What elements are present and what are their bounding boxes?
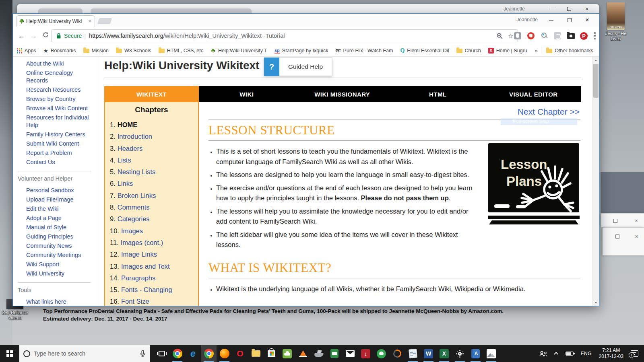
tab-visual-editor[interactable]: VISUAL EDITOR [486,86,582,102]
sidebar-link-submit-content[interactable]: Submit Wiki Content [26,140,95,148]
maximize-button[interactable] [562,4,576,14]
sidebar-link-manual-style[interactable]: Manual of Style [26,224,95,231]
chapter-item-broken-links[interactable]: 7.Broken Links [110,190,198,202]
scrollbar-thumb[interactable] [593,64,599,98]
bookmarks-overflow-icon[interactable]: » [535,47,538,54]
taskbar-address-book-app[interactable] [326,345,342,362]
bookmark-w3-schools[interactable]: W3 Schools [116,48,151,53]
taskbar-word[interactable]: W [421,345,436,362]
sidebar-link-upload-file[interactable]: Upload File/Image [26,196,95,204]
bookmark-startpage[interactable]: spStartPage by Ixquick [275,48,328,53]
help-question-button[interactable]: ? [264,58,279,76]
tray-overflow-button[interactable] [551,345,562,362]
back-icon[interactable]: ← [15,32,27,40]
action-center-button[interactable]: 1 [627,345,644,362]
sidebar-link-browse-all[interactable]: Browse all Wiki Content [26,105,95,112]
scroll-up-icon[interactable]: ▲ [592,57,599,63]
people-button[interactable] [535,345,551,362]
chapter-item-images-cont[interactable]: 11.Images (cont.) [110,237,198,249]
sidebar-link-individual-help[interactable]: Resources for Individual Help [26,114,95,129]
taskbar-avatar-app[interactable] [374,345,389,362]
sidebar-link-genealogy-records[interactable]: Online Genealogy Records [26,69,95,84]
sidebar-link-personal-sandbox[interactable]: Personal Sandbox [26,187,95,194]
taskbar-cloud-app[interactable] [279,345,295,362]
close-button[interactable]: × [580,4,594,14]
chapter-item-introduction[interactable]: 2.Introduction [110,131,198,142]
taskbar-search-input[interactable] [34,350,136,357]
sidebar-link-wiki-support[interactable]: Wiki Support [26,261,95,268]
tab-wiki[interactable]: WIKI [199,86,295,102]
minimize-button[interactable] [544,15,558,25]
edge-window-titlebar[interactable]: × [603,227,644,255]
sidebar-link-history-centers[interactable]: Family History Centers [26,131,95,138]
tab-wiki-missionary[interactable]: WIKI MISSIONARY [295,86,390,102]
taskbar-firefox[interactable] [217,345,232,362]
forward-icon[interactable]: → [27,32,39,40]
bookmark-star-icon[interactable]: ☆ [508,32,514,40]
background-window-tab[interactable] [91,8,252,13]
edge-window-titlebar[interactable]: × [601,213,644,227]
sidebar-link-what-links-here[interactable]: What links here [26,298,95,306]
extension-icon[interactable] [514,32,522,40]
reload-icon[interactable] [39,31,52,40]
desktop-icon-jesus[interactable]: He Lives Jesus - He Lives [602,2,630,41]
chapter-item-categories[interactable]: 9.Categories [110,213,198,225]
pinterest-icon[interactable]: P [580,32,588,40]
other-bookmarks[interactable]: Other bookmarks [546,48,593,53]
next-chapter-link[interactable]: Next Chapter >> [208,107,580,117]
bookmark-apps[interactable]: Apps [17,48,36,53]
sidebar-link-browse-country[interactable]: Browse by Country [26,95,95,103]
taskbar-boat-app[interactable] [311,345,326,362]
taskbar-excel[interactable]: X [436,345,452,362]
sidebar-link-research-resources[interactable]: Research Resources [26,86,95,94]
bookmark-html-css[interactable]: HTML, CSS, etc [159,48,203,53]
clock[interactable]: 7:21 AM2017-12-03 [595,345,627,362]
sidebar-link-edit-wiki[interactable]: Edit the Wiki [26,205,95,213]
chapter-item-nesting-lists[interactable]: 5.Nesting Lists [110,166,198,178]
sidebar-link-community-meetings[interactable]: Community Meetings [26,251,95,259]
taskbar-edge[interactable]: e [185,345,201,362]
battery-indicator[interactable] [562,345,577,362]
adblock-icon[interactable] [527,32,535,40]
close-button[interactable]: × [630,216,643,226]
chapter-item-lists[interactable]: 4.Lists [110,154,198,166]
close-button[interactable]: × [630,232,644,241]
bookmark-sugru[interactable]: SHome | Sugru [488,48,527,53]
chapter-item-fonts-changing[interactable]: 15.Fonts - Changing [110,284,198,296]
scrollbar[interactable]: ▲ ▼ [592,57,599,306]
bookmark-elemi[interactable]: QElemi Essential Oil [400,47,449,54]
chapter-item-home[interactable]: 1.HOME [110,119,198,131]
taskbar-swirl-app[interactable] [389,345,405,362]
scroll-down-icon[interactable]: ▼ [592,299,599,306]
tab-html[interactable]: HTML [390,86,486,102]
browser-menu-icon[interactable] [594,32,596,39]
taskbar-file-explorer[interactable] [248,345,264,362]
close-button[interactable]: × [580,15,594,25]
taskbar-chrome-active[interactable] [201,345,217,362]
taskbar-mail[interactable] [342,345,358,362]
taskbar-notepad[interactable] [405,345,421,362]
taskbar-photos[interactable] [483,345,499,362]
taskbar-search[interactable] [19,345,150,362]
screenshot-camera-icon[interactable] [567,32,575,40]
sidebar-link-wiki-university[interactable]: Wiki University [26,270,95,278]
taskbar-downloads[interactable]: ↓ [358,345,374,362]
chapter-item-links[interactable]: 6.Links [110,178,198,189]
bookmark-wiki-university[interactable]: Help:Wiki University T [211,48,267,53]
sidebar-link-adopt-page[interactable]: Adopt a Page [26,214,95,222]
taskbar-settings[interactable] [452,345,468,362]
chapter-item-images-and-text[interactable]: 13.Images and Text [110,261,198,272]
language-indicator[interactable]: ENG [577,345,595,362]
bookmark-pure-flix[interactable]: PFPure Flix - Watch Fam [335,48,393,53]
taskbar-dictionary[interactable]: A [468,345,483,362]
acrobat-icon[interactable] [553,32,561,40]
background-window-tab[interactable] [38,8,83,13]
chapter-item-image-links[interactable]: 12.Image Links [110,249,198,260]
microphone-icon[interactable] [140,350,146,358]
tab-close-icon[interactable]: × [87,18,92,24]
maximize-button[interactable] [611,232,624,241]
chapter-item-images[interactable]: 10.Images [110,225,198,237]
maximize-button[interactable] [609,216,622,226]
chapter-item-headers[interactable]: 3.Headers [110,143,198,154]
bookmark-bookmarks[interactable]: ★Bookmarks [43,47,76,54]
